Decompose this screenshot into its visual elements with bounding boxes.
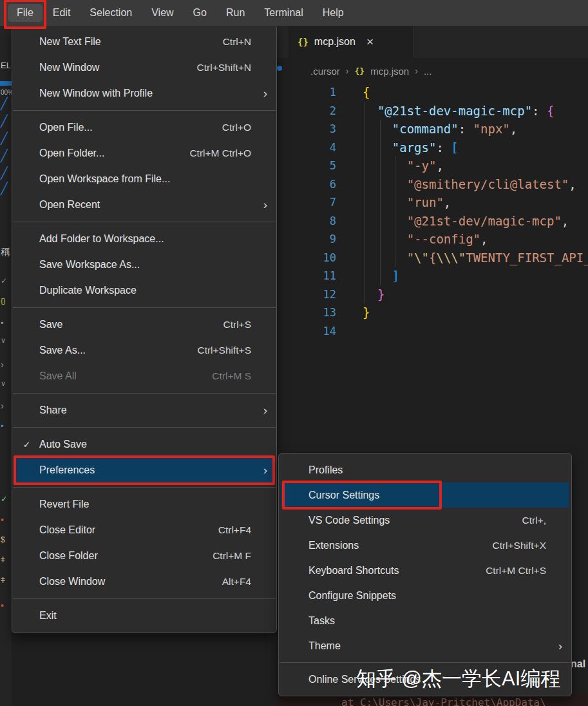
tab-label: mcp.json	[314, 36, 356, 48]
sidebar-glyph-fragment: ╱	[1, 167, 8, 179]
code-line[interactable]: 10 "\"{\\\"TWENTY_FIRST_API_	[277, 249, 588, 267]
menubar-item-selection[interactable]: Selection	[81, 4, 141, 22]
sidebar-glyph-fragment: ∨	[1, 337, 6, 344]
breadcrumb-folder[interactable]: .cursor	[310, 66, 340, 77]
code-line[interactable]: 14	[277, 322, 588, 341]
tab-mcp-json[interactable]: {} mcp.json ×	[289, 26, 414, 58]
menu-item-keyboard-shortcuts[interactable]: Keyboard ShortcutsCtrl+M Ctrl+S	[281, 558, 569, 583]
menu-item-label: Preferences	[39, 464, 251, 476]
shortcut-label: Ctrl+Shift+N	[197, 62, 251, 73]
sidebar-glyph-fragment: •	[1, 319, 4, 327]
code-line[interactable]: 7 "run",	[277, 193, 588, 212]
menu-item-cursor-settings[interactable]: Cursor Settings	[281, 482, 569, 508]
watermark-text: 知乎 @杰一学长AI编程	[356, 665, 560, 692]
menu-item-open-file[interactable]: Open File...Ctrl+O	[14, 115, 274, 140]
preferences-submenu: ProfilesCursor SettingsVS Code SettingsC…	[278, 453, 572, 696]
menubar-item-go[interactable]: Go	[184, 4, 216, 22]
menu-item-label: Add Folder to Workspace...	[39, 233, 251, 245]
code-text: "args": [	[363, 140, 459, 155]
menu-item-open-workspace-from-file[interactable]: Open Workspace from File...	[14, 166, 274, 192]
menu-item-label: Tasks	[308, 615, 546, 627]
menu-item-vs-code-settings[interactable]: VS Code SettingsCtrl+,	[281, 508, 569, 533]
code-line[interactable]: 5 "-y",	[277, 157, 588, 175]
progress-bar-fragment	[0, 81, 12, 86]
sidebar-glyph-fragment: EL	[1, 61, 11, 70]
menu-item-exit[interactable]: Exit	[14, 603, 274, 629]
menu-item-new-text-file[interactable]: New Text FileCtrl+N	[14, 29, 274, 55]
line-number: 2	[277, 104, 336, 117]
line-number: 9	[277, 233, 336, 245]
menubar-item-help[interactable]: Help	[314, 4, 353, 22]
shortcut-label: Ctrl+M Ctrl+O	[189, 148, 251, 159]
code-line[interactable]: 6 "@smithery/cli@latest",	[277, 175, 588, 194]
shortcut-label: Alt+F4	[222, 576, 251, 587]
menu-item-revert-file[interactable]: Revert File	[14, 491, 274, 517]
code-line[interactable]: 9 "--config",	[277, 230, 588, 249]
shortcut-label: Ctrl+M F	[213, 550, 251, 562]
menubar-item-run[interactable]: Run	[217, 4, 254, 22]
highlight-box-file	[4, 0, 46, 29]
menu-item-label: Auto Save	[39, 439, 251, 450]
menu-item-label: New Window with Profile	[39, 88, 251, 99]
menubar-item-edit[interactable]: Edit	[44, 4, 80, 22]
code-line[interactable]: 11 ]	[277, 267, 588, 285]
menu-item-profiles[interactable]: Profiles	[281, 457, 569, 482]
menu-item-theme[interactable]: Theme›	[281, 633, 569, 658]
breadcrumb-more[interactable]: ...	[424, 66, 432, 77]
checkmark-icon: ✓	[14, 439, 39, 450]
menu-item-share[interactable]: Share›	[14, 397, 274, 423]
code-text: "--config",	[363, 232, 488, 246]
sidebar-glyph-fragment: ✓	[1, 495, 8, 503]
menubar-item-view[interactable]: View	[142, 4, 182, 22]
menu-item-preferences[interactable]: Preferences›	[14, 457, 274, 483]
code-line[interactable]: 8 "@21st-dev/magic-mcp",	[277, 212, 588, 231]
code-text: "\"{\\\"TWENTY_FIRST_API_	[363, 251, 588, 265]
menu-item-label: Open Workspace from File...	[39, 173, 251, 185]
menubar-item-file[interactable]: File	[8, 4, 43, 22]
close-icon[interactable]: ×	[366, 35, 374, 49]
menu-separator	[13, 598, 276, 599]
code-line[interactable]: 3 "command": "npx",	[277, 120, 588, 138]
menu-item-open-recent[interactable]: Open Recent›	[14, 192, 274, 218]
code-line[interactable]: 12 }	[277, 285, 588, 304]
menu-item-new-window-with-profile[interactable]: New Window with Profile›	[14, 81, 274, 106]
menu-item-close-window[interactable]: Close WindowAlt+F4	[14, 569, 274, 595]
code-line[interactable]: 2 "@21st-dev-magic-mcp": {	[277, 102, 588, 120]
code-line[interactable]: 4 "args": [	[277, 138, 588, 157]
shortcut-label: Ctrl+F4	[218, 524, 251, 536]
menubar-item-terminal[interactable]: Terminal	[255, 4, 312, 22]
shortcut-label: Ctrl+,	[522, 515, 546, 526]
menu-separator	[13, 427, 276, 428]
menu-item-open-folder[interactable]: Open Folder...Ctrl+M Ctrl+O	[14, 140, 274, 166]
menu-item-duplicate-workspace[interactable]: Duplicate Workspace	[14, 278, 274, 303]
breadcrumb-file[interactable]: mcp.json	[370, 66, 409, 77]
menu-separator	[13, 222, 276, 222]
line-number: 3	[277, 122, 336, 135]
menu-item-new-window[interactable]: New WindowCtrl+Shift+N	[14, 55, 274, 81]
menu-item-close-editor[interactable]: Close EditorCtrl+F4	[14, 517, 274, 543]
sidebar-glyph-fragment: $	[1, 536, 5, 544]
menu-item-save-workspace-as[interactable]: Save Workspace As...	[14, 252, 274, 278]
line-number: 12	[277, 288, 336, 301]
shortcut-label: Ctrl+Shift+S	[197, 345, 251, 356]
shortcut-label: Ctrl+N	[223, 36, 251, 48]
menu-item-label: Open File...	[39, 122, 222, 133]
menu-item-save[interactable]: SaveCtrl+S	[14, 312, 274, 338]
sidebar-glyph-fragment: 00%	[1, 90, 12, 96]
code-text: "@smithery/cli@latest",	[363, 177, 576, 191]
menu-item-save-as[interactable]: Save As...Ctrl+Shift+S	[14, 338, 274, 363]
menu-item-label: New Text File	[39, 36, 223, 48]
menu-item-add-folder-to-workspace[interactable]: Add Folder to Workspace...	[14, 226, 274, 252]
menu-item-extensions[interactable]: ExtensionsCtrl+Shift+X	[281, 533, 569, 558]
code-editor[interactable]: 1{2 "@21st-dev-magic-mcp": {3 "command":…	[277, 83, 588, 340]
menu-item-auto-save[interactable]: ✓Auto Save	[14, 432, 274, 457]
menu-item-tasks[interactable]: Tasks	[281, 608, 569, 633]
code-line[interactable]: 13}	[277, 303, 588, 322]
modified-indicator-dot	[277, 66, 282, 71]
menu-item-close-folder[interactable]: Close FolderCtrl+M F	[14, 543, 274, 569]
code-line[interactable]: 1{	[277, 83, 588, 102]
menu-item-label: Keyboard Shortcuts	[308, 565, 486, 577]
menu-separator	[13, 487, 276, 488]
line-number: 14	[277, 325, 336, 338]
menu-item-configure-snippets[interactable]: Configure Snippets	[281, 583, 569, 608]
